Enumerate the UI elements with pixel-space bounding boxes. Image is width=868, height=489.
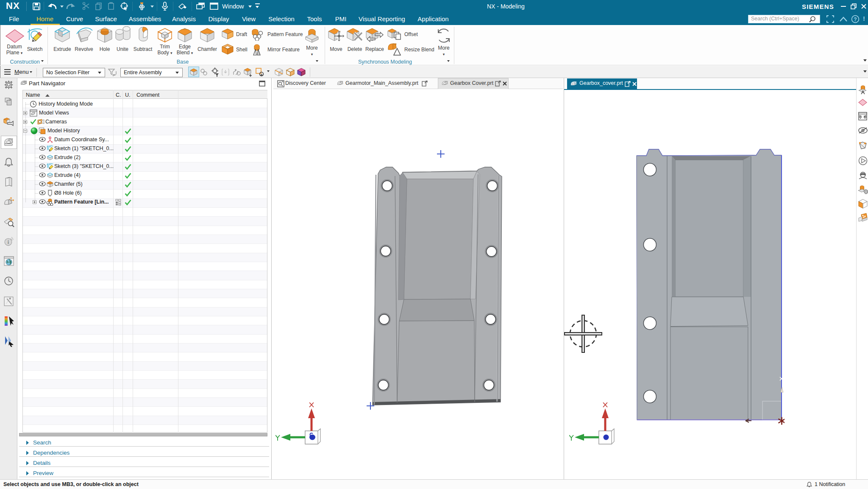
svg-text:i: i <box>8 239 9 245</box>
